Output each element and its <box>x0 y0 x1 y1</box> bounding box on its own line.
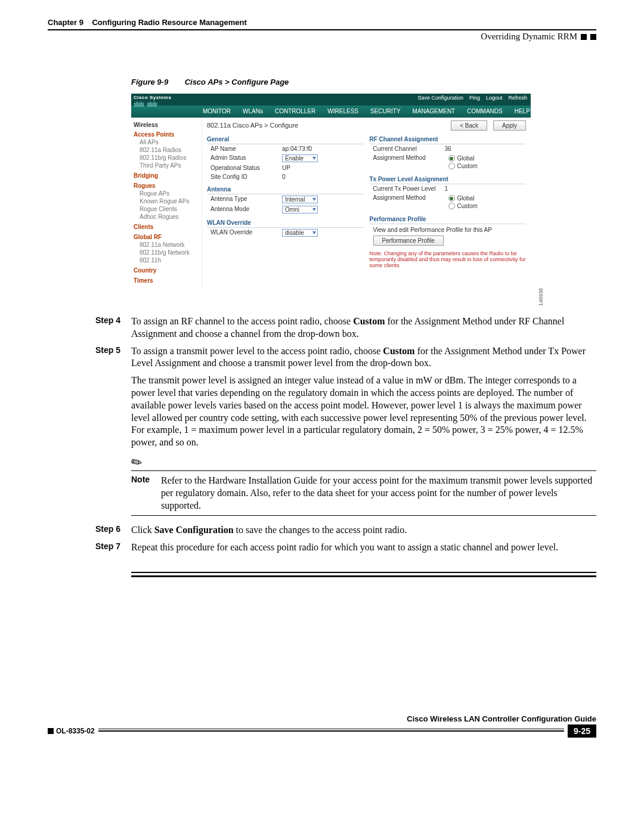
wlan-override-select[interactable]: disable <box>282 229 318 237</box>
apply-button[interactable]: Apply <box>493 120 526 131</box>
figure-screenshot: Cisco Systems ıılıılıı ıılıılıı Save Con… <box>131 94 531 288</box>
figure-caption: Figure 9-9 Cisco APs > Configure Page <box>131 78 596 86</box>
sidebar-item[interactable]: 802.11b/g Network <box>134 249 199 256</box>
refresh-link[interactable]: Refresh <box>508 95 527 104</box>
label: Site Config ID <box>207 174 282 180</box>
decor-square <box>581 34 587 40</box>
label: Current Tx Power Level <box>370 185 445 192</box>
image-id: 146936 <box>538 288 544 306</box>
menu-wlans[interactable]: WLANs <box>237 106 269 117</box>
label: Operational Status <box>207 165 282 171</box>
sidebar-item[interactable]: 802.11a Network <box>134 241 199 249</box>
section-heading: Overriding Dynamic RRM <box>481 32 577 42</box>
back-button[interactable]: < Back <box>451 120 487 131</box>
tx-custom-radio[interactable]: Custom <box>445 202 527 210</box>
radio-icon <box>448 163 455 169</box>
label: Current Channel <box>370 145 445 152</box>
sidebar-bridging[interactable]: Bridging <box>134 172 199 179</box>
sidebar-timers[interactable]: Timers <box>134 277 199 284</box>
sidebar-item[interactable]: Rogue Clients <box>134 205 199 213</box>
radio-icon <box>448 195 455 202</box>
step-text: Repeat this procedure for each access po… <box>131 541 596 554</box>
radio-icon <box>448 203 455 209</box>
sidebar-rogues[interactable]: Rogues <box>134 182 199 190</box>
tx-global-radio[interactable]: Global <box>445 194 527 202</box>
step-label: Step 5 <box>95 345 131 370</box>
perf-profile-heading: Performance Profile <box>370 215 527 224</box>
value: 36 <box>445 145 527 152</box>
cisco-logo: Cisco Systems ıılıılıı ıılıılıı <box>134 95 193 114</box>
menu-security[interactable]: SECURITY <box>364 106 407 117</box>
sidebar-item[interactable]: Known Rogue APs <box>134 197 199 205</box>
menu-help[interactable]: HELP <box>509 106 536 117</box>
doc-number: OL-8335-02 <box>56 727 95 735</box>
antenna-heading: Antenna <box>207 185 364 194</box>
admin-status-select[interactable]: Enable <box>282 154 318 162</box>
sidebar-item[interactable]: 802.11b/g Radios <box>134 154 199 162</box>
perf-profile-text: View and edit Performance Profile for th… <box>370 224 527 236</box>
step-label: Step 6 <box>95 524 131 537</box>
sidebar-item[interactable]: Adhoc Rogues <box>134 213 199 221</box>
label: Assignment Method <box>370 194 445 210</box>
value: 0 <box>282 174 364 180</box>
sidebar-item[interactable]: 802.11h <box>134 256 199 264</box>
logout-link[interactable]: Logout <box>486 95 503 104</box>
footer-guide-title: Cisco Wireless LAN Controller Configurat… <box>48 714 596 723</box>
sidebar-item[interactable]: 802.11a Radios <box>134 146 199 154</box>
radio-icon <box>448 155 455 162</box>
step-text: Click Save Configuration to save the cha… <box>131 524 596 537</box>
step-text: To assign a transmit power level to the … <box>131 345 596 370</box>
value: 1 <box>445 185 527 192</box>
step-label: Step 7 <box>95 541 131 554</box>
menu-commands[interactable]: COMMANDS <box>461 106 508 117</box>
value: UP <box>282 165 364 171</box>
page-number: 9-25 <box>568 724 596 738</box>
sidebar-clients[interactable]: Clients <box>134 223 199 231</box>
footer-rule <box>98 730 564 732</box>
ping-link[interactable]: Ping <box>469 95 480 104</box>
label: Assignment Method <box>370 154 445 170</box>
label: Admin Status <box>207 154 282 162</box>
menu-monitor[interactable]: MONITOR <box>197 106 237 117</box>
menu-controller[interactable]: CONTROLLER <box>269 106 321 117</box>
menu-management[interactable]: MANAGEMENT <box>407 106 462 117</box>
step-label: Step 4 <box>95 315 131 340</box>
paragraph: The transmit power level is assigned an … <box>131 374 596 449</box>
value: ap:04:73:f0 <box>282 145 364 152</box>
general-heading: General <box>207 135 364 144</box>
sidebar-global-rf[interactable]: Global RF <box>134 233 199 241</box>
tx-power-heading: Tx Power Level Assignment <box>370 175 527 184</box>
note-label: Note <box>131 475 161 512</box>
chapter-heading: Chapter 9 Configuring Radio Resource Man… <box>48 18 247 27</box>
rf-global-radio[interactable]: Global <box>445 154 527 162</box>
wlan-override-heading: WLAN Override <box>207 218 364 228</box>
sidebar-country[interactable]: Country <box>134 267 199 274</box>
rf-custom-radio[interactable]: Custom <box>445 162 527 170</box>
step-text: To assign an RF channel to the access po… <box>131 315 596 340</box>
rf-channel-heading: RF Channel Assignment <box>370 135 527 144</box>
antenna-type-select[interactable]: Internal <box>282 196 318 203</box>
label: AP Name <box>207 145 282 152</box>
label: Antenna Mode <box>207 206 282 213</box>
decor-square <box>590 34 596 40</box>
antenna-mode-select[interactable]: Omni <box>282 206 318 213</box>
label: WLAN Override <box>207 229 282 237</box>
sidebar-item[interactable]: All APs <box>134 138 199 146</box>
sidebar-heading: Wireless <box>134 122 199 128</box>
label: Antenna Type <box>207 196 282 203</box>
perf-profile-button[interactable]: Performance Profile <box>373 236 444 246</box>
sidebar-item[interactable]: Rogue APs <box>134 190 199 197</box>
menu-wireless[interactable]: WIRELESS <box>321 106 364 117</box>
radio-warning-note: Note: Changing any of the parameters cau… <box>370 250 527 268</box>
sidebar-access-points[interactable]: Access Points <box>134 131 199 138</box>
decor-square <box>48 728 54 734</box>
sidebar-item[interactable]: Third Party APs <box>134 162 199 169</box>
ss-sidebar: Wireless Access Points All APs 802.11a R… <box>131 118 202 288</box>
save-config-link[interactable]: Save Configuration <box>417 95 463 104</box>
note-text: Refer to the Hardware Installation Guide… <box>161 475 596 512</box>
note-icon: ✎ <box>128 454 144 471</box>
